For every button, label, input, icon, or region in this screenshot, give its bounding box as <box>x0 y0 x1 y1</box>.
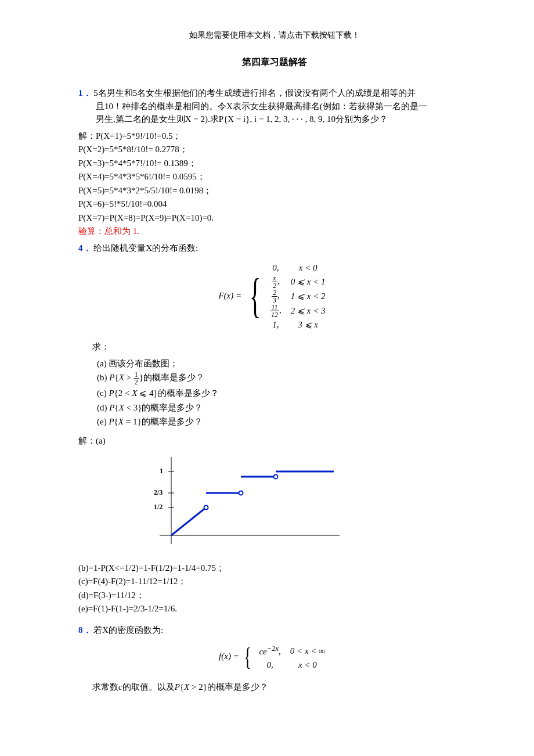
y-tick-label: 2/3 <box>154 488 163 496</box>
brace-icon: { <box>250 272 261 320</box>
solution-line: P(X=4)=5*4*3*5*6!/10!= 0.0595； <box>78 170 470 183</box>
solution-line: P(X=2)=5*5*8!/10!= 0.2778； <box>78 143 470 156</box>
problem-number: 1． <box>78 88 92 98</box>
problem-text-line: 男生,第二名的是女生则X = 2).求P{X = i}, i = 1, 2, 3… <box>96 114 388 124</box>
problem-4: 4． 给出随机变量X的分布函数: <box>78 242 470 255</box>
solution-line: (b)=1-P(X<=1/2)=1-F(1/2)=1-1/4=0.75； <box>78 561 470 575</box>
problem-text-line: 且10！种排名的概率是相同的。令X表示女生获得最高排名(例如：若获得第一名的是一 <box>96 102 427 111</box>
page-title: 第四章习题解答 <box>78 55 470 69</box>
function-definition: F(x) = { 0,x < 0 x2,0 ⩽ x < 1 23,1 ⩽ x <… <box>78 261 470 331</box>
solution-line: (c)=F(4)-F(2)=1-11/12=1/12； <box>78 575 470 588</box>
svg-point-8 <box>239 491 243 495</box>
cdf-plot: 1 2/3 1/2 <box>136 451 345 550</box>
header-note: 如果您需要使用本文档，请点击下载按钮下载！ <box>78 29 470 41</box>
sub-item: (b) P{X > 12}的概率是多少？ <box>97 371 470 386</box>
piecewise-table: ce−2x,0 < x < ∞ 0,x < 0 <box>254 643 329 671</box>
function-definition: f(x) = { ce−2x,0 < x < ∞ 0,x < 0 <box>78 643 470 671</box>
sub-questions: (a) 画该分布函数图； (b) P{X > 12}的概率是多少？ (c) P{… <box>97 357 470 429</box>
svg-point-10 <box>274 475 278 479</box>
y-tick-label: 1 <box>160 467 163 475</box>
solution-line: P(X=6)=5!*5!/10!=0.004 <box>78 197 470 211</box>
solution-line: P(X=7)=P(X=8)=P(X=9)=P(X=10)=0. <box>78 211 470 225</box>
problem-number: 4． <box>78 243 92 253</box>
problem-text-line: 若X的密度函数为: <box>93 625 163 635</box>
sub-item: (e) P{X = 1}的概率是多少？ <box>97 415 470 429</box>
sub-item: (a) 画该分布函数图； <box>97 357 470 370</box>
sub-item: (c) P{2 < X ⩽ 4}的概率是多少？ <box>97 387 470 400</box>
svg-point-6 <box>204 506 208 510</box>
function-label: f(x) = <box>219 652 241 661</box>
brace-icon: { <box>244 645 251 670</box>
ask-label: 求： <box>92 340 470 354</box>
document-page: 如果您需要使用本文档，请点击下载按钮下载！ 第四章习题解答 1． 5名男生和5名… <box>0 0 534 729</box>
solution-line: (e)=F(1)-F(1-)=2/3-1/2=1/6. <box>78 602 470 615</box>
svg-line-5 <box>171 507 206 535</box>
problem-number: 8． <box>78 625 92 635</box>
y-tick-label: 1/2 <box>154 503 163 511</box>
problem-text-line: 给出随机变量X的分布函数: <box>93 243 198 253</box>
problem-8: 8． 若X的密度函数为: <box>78 624 470 637</box>
problem-text-line: 5名男生和5名女生根据他们的考生成绩进行排名，假设没有两个人的成绩是相等的并 <box>93 88 416 98</box>
piecewise-table: 0,x < 0 x2,0 ⩽ x < 1 23,1 ⩽ x < 2 1112,2… <box>265 261 330 331</box>
problem-text-line: 求常数c的取值。以及P{X > 2}的概率是多少？ <box>92 681 470 694</box>
solution-line: 解：(a) <box>78 434 470 448</box>
solution-line: P(X=3)=5*4*5*7!/10!= 0.1389； <box>78 157 470 170</box>
function-label: F(x) = <box>218 291 243 300</box>
sub-item: (d) P{X < 3}的概率是多少？ <box>97 401 470 415</box>
solution-line: (d)=F(3-)=11/12； <box>78 589 470 602</box>
solution-line: P(X=5)=5*4*3*2*5/5!/10!= 0.0198； <box>78 184 470 197</box>
verification-line: 验算：总和为 1. <box>78 225 470 238</box>
problem-1: 1． 5名男生和5名女生根据他们的考生成绩进行排名，假设没有两个人的成绩是相等的… <box>78 87 470 126</box>
solution-line: 解：P(X=1)=5*9!/10!=0.5； <box>78 129 470 143</box>
